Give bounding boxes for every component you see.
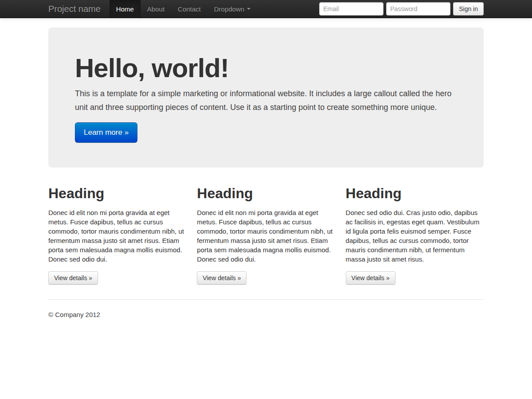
navbar-inner: Project name Home About Contact Dropdown… (48, 0, 484, 18)
column-heading: Heading (48, 184, 186, 202)
main-container: Hello, world! This is a template for a s… (48, 27, 484, 318)
copyright-text: © Company 2012 (48, 311, 484, 318)
column-heading: Heading (346, 184, 484, 202)
nav-item-contact-label: Contact (178, 5, 201, 13)
page-footer: © Company 2012 (48, 311, 484, 318)
hero-title: Hello, world! (75, 53, 457, 83)
nav-item-home-label: Home (116, 5, 134, 13)
content-column-2: Heading Donec id elit non mi porta gravi… (197, 184, 335, 285)
hero-text: This is a template for a simple marketin… (75, 87, 456, 114)
nav-item-home[interactable]: Home (110, 0, 141, 18)
password-field[interactable] (386, 2, 450, 16)
view-details-button-2[interactable]: View details » (197, 271, 246, 285)
main-nav: Home About Contact Dropdown (110, 0, 257, 18)
top-navbar: Project name Home About Contact Dropdown… (0, 0, 532, 18)
column-text: Donec id elit non mi porta gravida at eg… (197, 208, 335, 264)
content-column-3: Heading Donec sed odio dui. Cras justo o… (346, 184, 484, 285)
nav-item-about[interactable]: About (141, 0, 171, 18)
nav-item-about-label: About (147, 5, 164, 13)
brand[interactable]: Project name (48, 0, 110, 18)
column-heading: Heading (197, 184, 335, 202)
email-field[interactable] (319, 2, 383, 16)
nav-item-dropdown-label: Dropdown (214, 5, 244, 13)
nav-item-contact[interactable]: Contact (171, 0, 207, 18)
view-details-button-3[interactable]: View details » (346, 271, 395, 285)
content-columns: Heading Donec id elit non mi porta gravi… (48, 184, 484, 285)
column-text: Donec sed odio dui. Cras justo odio, dap… (346, 208, 484, 264)
column-text: Donec id elit non mi porta gravida at eg… (48, 208, 186, 264)
learn-more-button[interactable]: Learn more » (75, 122, 137, 143)
hero-unit: Hello, world! This is a template for a s… (48, 27, 484, 168)
nav-item-dropdown[interactable]: Dropdown (207, 0, 257, 18)
sign-in-button[interactable]: Sign in (453, 2, 484, 16)
footer-divider (48, 299, 484, 300)
content-column-1: Heading Donec id elit non mi porta gravi… (48, 184, 186, 285)
signin-form: Sign in (319, 0, 484, 18)
caret-down-icon (247, 8, 250, 10)
view-details-button-1[interactable]: View details » (48, 271, 98, 285)
